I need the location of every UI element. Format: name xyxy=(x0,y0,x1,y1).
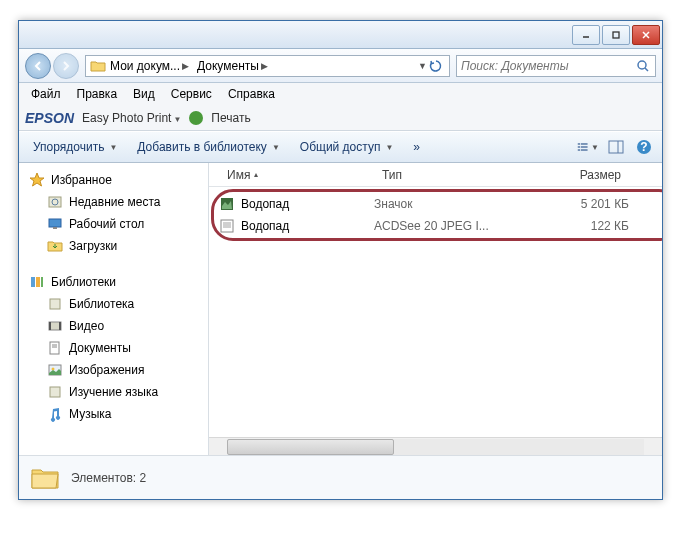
svg-rect-1 xyxy=(613,32,619,38)
file-name: Водопад xyxy=(241,197,289,211)
view-mode-button[interactable]: ▼ xyxy=(576,136,600,158)
svg-rect-11 xyxy=(581,149,588,151)
dropdown-icon[interactable]: ▼ xyxy=(418,61,427,71)
minimize-button[interactable] xyxy=(572,25,600,45)
file-row[interactable]: Водопад Значок 5 201 КБ xyxy=(215,193,656,215)
svg-rect-35 xyxy=(223,222,231,228)
more-button[interactable]: » xyxy=(405,136,428,158)
scrollbar-thumb[interactable] xyxy=(227,439,394,455)
print-icon xyxy=(189,111,203,125)
file-size: 5 201 КБ xyxy=(529,197,629,211)
sidebar-item-downloads[interactable]: Загрузки xyxy=(19,235,208,257)
music-icon xyxy=(47,406,63,422)
sidebar-item-language[interactable]: Изучение языка xyxy=(19,381,208,403)
maximize-button[interactable] xyxy=(602,25,630,45)
epson-print[interactable]: Печать xyxy=(211,111,250,125)
preview-pane-button[interactable] xyxy=(604,136,628,158)
file-row[interactable]: Водопад ACDSee 20 JPEG I... 122 КБ xyxy=(215,215,656,237)
svg-rect-21 xyxy=(36,277,40,287)
svg-rect-18 xyxy=(49,219,61,227)
menu-help[interactable]: Справка xyxy=(220,85,283,103)
svg-rect-9 xyxy=(581,146,588,148)
svg-rect-6 xyxy=(578,143,580,145)
column-type[interactable]: Тип xyxy=(374,168,529,182)
sidebar: Избранное Недавние места Рабочий стол За… xyxy=(19,163,209,455)
chevron-right-icon: ▶ xyxy=(261,61,268,71)
column-name[interactable]: Имя▴ xyxy=(219,168,374,182)
sidebar-item-desktop[interactable]: Рабочий стол xyxy=(19,213,208,235)
sidebar-item-library[interactable]: Библиотека xyxy=(19,293,208,315)
downloads-icon xyxy=(47,238,63,254)
breadcrumb-label: Мои докум... xyxy=(110,59,180,73)
breadcrumb-label: Документы xyxy=(197,59,259,73)
file-list: Водопад Значок 5 201 КБ Водопад ACDSee 2… xyxy=(209,187,662,437)
svg-rect-27 xyxy=(50,342,59,354)
svg-line-5 xyxy=(645,68,648,71)
sidebar-item-music[interactable]: Музыка xyxy=(19,403,208,425)
file-type: ACDSee 20 JPEG I... xyxy=(374,219,529,233)
svg-rect-25 xyxy=(49,322,51,330)
organize-button[interactable]: Упорядочить▼ xyxy=(25,136,125,158)
svg-rect-23 xyxy=(50,299,60,309)
svg-point-4 xyxy=(638,61,646,69)
epson-easy-print[interactable]: Easy Photo Print▼ xyxy=(82,111,181,125)
breadcrumb[interactable]: Документы▶ xyxy=(193,59,272,73)
menu-service[interactable]: Сервис xyxy=(163,85,220,103)
sidebar-favorites[interactable]: Избранное xyxy=(19,169,208,191)
close-button[interactable] xyxy=(632,25,660,45)
svg-rect-19 xyxy=(53,227,57,229)
status-bar: Элементов: 2 xyxy=(19,455,662,499)
folder-icon xyxy=(90,58,106,74)
content-pane: Имя▴ Тип Размер Водопад Значок 5 201 КБ … xyxy=(209,163,662,455)
video-icon xyxy=(47,318,63,334)
column-size[interactable]: Размер xyxy=(529,168,629,182)
refresh-button[interactable] xyxy=(427,57,445,75)
horizontal-scrollbar[interactable] xyxy=(209,437,662,455)
svg-rect-8 xyxy=(578,146,580,148)
menu-bar: Файл Правка Вид Сервис Справка xyxy=(19,83,662,105)
svg-rect-32 xyxy=(50,387,60,397)
help-button[interactable]: ? xyxy=(632,136,656,158)
svg-text:?: ? xyxy=(640,140,647,154)
sidebar-item-images[interactable]: Изображения xyxy=(19,359,208,381)
status-text: Элементов: 2 xyxy=(71,471,146,485)
language-icon xyxy=(47,384,63,400)
svg-rect-12 xyxy=(609,141,623,153)
breadcrumb[interactable]: Мои докум...▶ xyxy=(106,59,193,73)
sidebar-libraries[interactable]: Библиотеки xyxy=(19,271,208,293)
file-name: Водопад xyxy=(241,219,289,233)
documents-icon xyxy=(47,340,63,356)
address-box[interactable]: Мои докум...▶ Документы▶ ▼ xyxy=(85,55,450,77)
address-bar: Мои докум...▶ Документы▶ ▼ xyxy=(19,49,662,83)
desktop-icon xyxy=(47,216,63,232)
back-button[interactable] xyxy=(25,53,51,79)
forward-button[interactable] xyxy=(53,53,79,79)
file-size: 122 КБ xyxy=(529,219,629,233)
images-icon xyxy=(47,362,63,378)
library-icon xyxy=(47,296,63,312)
menu-edit[interactable]: Правка xyxy=(69,85,126,103)
sort-indicator-icon: ▴ xyxy=(254,170,258,179)
search-input[interactable] xyxy=(461,59,635,73)
sidebar-item-documents[interactable]: Документы xyxy=(19,337,208,359)
toolbar: Упорядочить▼ Добавить в библиотеку▼ Общи… xyxy=(19,131,662,163)
jpeg-file-icon xyxy=(219,218,235,234)
menu-file[interactable]: Файл xyxy=(23,85,69,103)
search-icon xyxy=(635,58,651,74)
libraries-icon xyxy=(29,274,45,290)
column-headers: Имя▴ Тип Размер xyxy=(209,163,662,187)
sidebar-item-video[interactable]: Видео xyxy=(19,315,208,337)
star-icon xyxy=(29,172,45,188)
epson-logo: EPSON xyxy=(25,110,74,126)
svg-rect-7 xyxy=(581,143,588,145)
menu-view[interactable]: Вид xyxy=(125,85,163,103)
search-box[interactable] xyxy=(456,55,656,77)
add-to-library-button[interactable]: Добавить в библиотеку▼ xyxy=(129,136,287,158)
file-type: Значок xyxy=(374,197,529,211)
svg-rect-20 xyxy=(31,277,35,287)
ico-file-icon xyxy=(219,196,235,212)
folder-icon xyxy=(29,462,61,494)
svg-rect-10 xyxy=(578,149,580,151)
share-button[interactable]: Общий доступ▼ xyxy=(292,136,402,158)
sidebar-item-recent[interactable]: Недавние места xyxy=(19,191,208,213)
